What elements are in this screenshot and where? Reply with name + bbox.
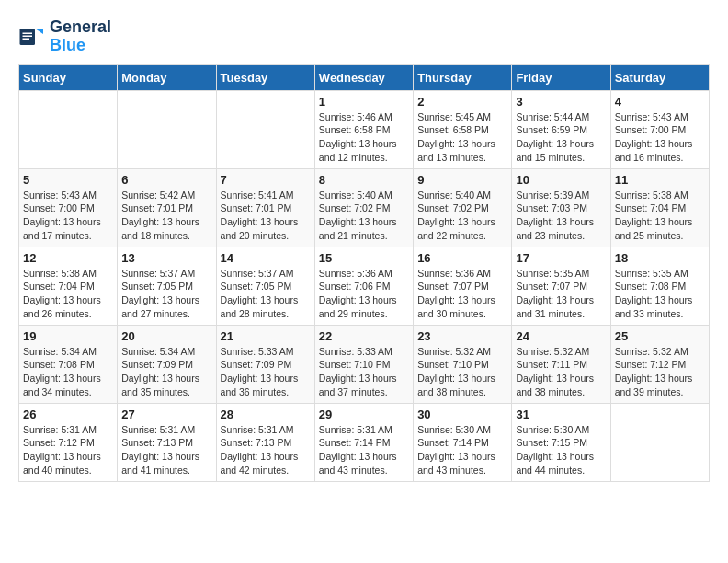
calendar-cell: 20Sunrise: 5:34 AMSunset: 7:09 PMDayligh…	[118, 325, 216, 403]
day-info: Sunrise: 5:41 AMSunset: 7:01 PMDaylight:…	[221, 189, 311, 243]
day-number: 3	[516, 95, 606, 109]
calendar-cell: 7Sunrise: 5:41 AMSunset: 7:01 PMDaylight…	[216, 168, 314, 247]
day-info: Sunrise: 5:31 AMSunset: 7:13 PMDaylight:…	[121, 423, 211, 477]
day-info: Sunrise: 5:33 AMSunset: 7:09 PMDaylight:…	[221, 345, 311, 399]
calendar-cell: 9Sunrise: 5:40 AMSunset: 7:02 PMDaylight…	[414, 168, 512, 247]
calendar-cell: 2Sunrise: 5:45 AMSunset: 6:58 PMDaylight…	[414, 90, 512, 168]
calendar-cell: 23Sunrise: 5:32 AMSunset: 7:10 PMDayligh…	[414, 325, 512, 403]
week-row-4: 19Sunrise: 5:34 AMSunset: 7:08 PMDayligh…	[19, 325, 710, 403]
day-number: 15	[319, 251, 409, 265]
day-info: Sunrise: 5:38 AMSunset: 7:04 PMDaylight:…	[615, 189, 705, 243]
calendar-cell	[118, 90, 216, 168]
page-header: General Blue	[18, 18, 710, 55]
day-info: Sunrise: 5:32 AMSunset: 7:12 PMDaylight:…	[615, 345, 705, 399]
day-number: 8	[319, 173, 409, 187]
calendar-cell: 16Sunrise: 5:36 AMSunset: 7:07 PMDayligh…	[414, 247, 512, 325]
day-info: Sunrise: 5:42 AMSunset: 7:01 PMDaylight:…	[121, 189, 211, 243]
day-number: 16	[417, 251, 507, 265]
calendar-cell: 12Sunrise: 5:38 AMSunset: 7:04 PMDayligh…	[19, 247, 118, 325]
calendar-cell: 5Sunrise: 5:43 AMSunset: 7:00 PMDaylight…	[19, 168, 118, 247]
calendar-cell: 21Sunrise: 5:33 AMSunset: 7:09 PMDayligh…	[216, 325, 314, 403]
week-row-3: 12Sunrise: 5:38 AMSunset: 7:04 PMDayligh…	[19, 247, 710, 325]
day-info: Sunrise: 5:34 AMSunset: 7:08 PMDaylight:…	[23, 345, 113, 399]
day-info: Sunrise: 5:40 AMSunset: 7:02 PMDaylight:…	[319, 189, 409, 243]
day-header-saturday: Saturday	[610, 64, 709, 90]
day-number: 14	[221, 251, 311, 265]
logo-icon	[18, 23, 46, 51]
day-number: 10	[516, 173, 606, 187]
day-info: Sunrise: 5:35 AMSunset: 7:07 PMDaylight:…	[516, 267, 606, 321]
svg-rect-2	[23, 32, 33, 34]
day-number: 13	[121, 251, 211, 265]
calendar-cell	[19, 90, 118, 168]
calendar-cell: 8Sunrise: 5:40 AMSunset: 7:02 PMDaylight…	[314, 168, 413, 247]
day-info: Sunrise: 5:34 AMSunset: 7:09 PMDaylight:…	[121, 345, 211, 399]
day-info: Sunrise: 5:35 AMSunset: 7:08 PMDaylight:…	[615, 267, 705, 321]
calendar-cell: 27Sunrise: 5:31 AMSunset: 7:13 PMDayligh…	[118, 403, 216, 481]
day-header-friday: Friday	[512, 64, 610, 90]
week-row-5: 26Sunrise: 5:31 AMSunset: 7:12 PMDayligh…	[19, 403, 710, 481]
day-info: Sunrise: 5:43 AMSunset: 7:00 PMDaylight:…	[615, 110, 705, 165]
day-number: 2	[417, 95, 507, 109]
day-header-wednesday: Wednesday	[314, 64, 413, 90]
day-info: Sunrise: 5:45 AMSunset: 6:58 PMDaylight:…	[417, 110, 507, 165]
calendar-header-row: SundayMondayTuesdayWednesdayThursdayFrid…	[19, 64, 710, 90]
calendar-cell: 28Sunrise: 5:31 AMSunset: 7:13 PMDayligh…	[216, 403, 314, 481]
day-number: 4	[615, 95, 705, 109]
day-header-sunday: Sunday	[19, 64, 118, 90]
day-number: 20	[121, 329, 211, 343]
day-number: 23	[417, 329, 507, 343]
day-info: Sunrise: 5:37 AMSunset: 7:05 PMDaylight:…	[121, 267, 211, 321]
day-number: 5	[23, 173, 113, 187]
day-number: 18	[615, 251, 705, 265]
day-number: 26	[23, 408, 113, 421]
day-info: Sunrise: 5:36 AMSunset: 7:06 PMDaylight:…	[319, 267, 409, 321]
calendar-cell: 25Sunrise: 5:32 AMSunset: 7:12 PMDayligh…	[610, 325, 709, 403]
calendar-cell: 15Sunrise: 5:36 AMSunset: 7:06 PMDayligh…	[314, 247, 413, 325]
day-number: 19	[23, 329, 113, 343]
calendar-cell	[216, 90, 314, 168]
calendar-cell: 14Sunrise: 5:37 AMSunset: 7:05 PMDayligh…	[216, 247, 314, 325]
calendar-cell: 11Sunrise: 5:38 AMSunset: 7:04 PMDayligh…	[610, 168, 709, 247]
day-info: Sunrise: 5:32 AMSunset: 7:11 PMDaylight:…	[516, 345, 606, 399]
svg-rect-3	[23, 35, 33, 37]
day-number: 1	[319, 95, 409, 109]
calendar-cell: 1Sunrise: 5:46 AMSunset: 6:58 PMDaylight…	[314, 90, 413, 168]
week-row-2: 5Sunrise: 5:43 AMSunset: 7:00 PMDaylight…	[19, 168, 710, 247]
calendar-cell: 26Sunrise: 5:31 AMSunset: 7:12 PMDayligh…	[19, 403, 118, 481]
day-info: Sunrise: 5:37 AMSunset: 7:05 PMDaylight:…	[221, 267, 311, 321]
day-info: Sunrise: 5:43 AMSunset: 7:00 PMDaylight:…	[23, 189, 113, 243]
calendar-cell: 29Sunrise: 5:31 AMSunset: 7:14 PMDayligh…	[314, 403, 413, 481]
day-number: 12	[23, 251, 113, 265]
day-number: 6	[121, 173, 211, 187]
calendar-cell: 22Sunrise: 5:33 AMSunset: 7:10 PMDayligh…	[314, 325, 413, 403]
day-info: Sunrise: 5:46 AMSunset: 6:58 PMDaylight:…	[319, 110, 409, 165]
calendar-cell: 17Sunrise: 5:35 AMSunset: 7:07 PMDayligh…	[512, 247, 610, 325]
calendar-cell	[610, 403, 709, 481]
day-number: 29	[319, 408, 409, 421]
calendar-cell: 10Sunrise: 5:39 AMSunset: 7:03 PMDayligh…	[512, 168, 610, 247]
day-number: 24	[516, 329, 606, 343]
day-info: Sunrise: 5:44 AMSunset: 6:59 PMDaylight:…	[516, 110, 606, 165]
day-info: Sunrise: 5:36 AMSunset: 7:07 PMDaylight:…	[417, 267, 507, 321]
day-info: Sunrise: 5:40 AMSunset: 7:02 PMDaylight:…	[417, 189, 507, 243]
calendar-cell: 19Sunrise: 5:34 AMSunset: 7:08 PMDayligh…	[19, 325, 118, 403]
day-info: Sunrise: 5:31 AMSunset: 7:12 PMDaylight:…	[23, 423, 113, 477]
day-number: 27	[121, 408, 211, 421]
logo-text: General Blue	[50, 18, 111, 55]
day-number: 22	[319, 329, 409, 343]
day-header-tuesday: Tuesday	[216, 64, 314, 90]
day-info: Sunrise: 5:31 AMSunset: 7:13 PMDaylight:…	[221, 423, 311, 477]
day-number: 7	[221, 173, 311, 187]
day-number: 30	[417, 408, 507, 421]
svg-rect-4	[23, 38, 30, 40]
calendar-body: 1Sunrise: 5:46 AMSunset: 6:58 PMDaylight…	[19, 90, 710, 481]
day-info: Sunrise: 5:32 AMSunset: 7:10 PMDaylight:…	[417, 345, 507, 399]
calendar-cell: 13Sunrise: 5:37 AMSunset: 7:05 PMDayligh…	[118, 247, 216, 325]
day-info: Sunrise: 5:31 AMSunset: 7:14 PMDaylight:…	[319, 423, 409, 477]
calendar-cell: 30Sunrise: 5:30 AMSunset: 7:14 PMDayligh…	[414, 403, 512, 481]
day-info: Sunrise: 5:30 AMSunset: 7:15 PMDaylight:…	[516, 423, 606, 477]
day-number: 31	[516, 408, 606, 421]
day-number: 11	[615, 173, 705, 187]
calendar-cell: 31Sunrise: 5:30 AMSunset: 7:15 PMDayligh…	[512, 403, 610, 481]
